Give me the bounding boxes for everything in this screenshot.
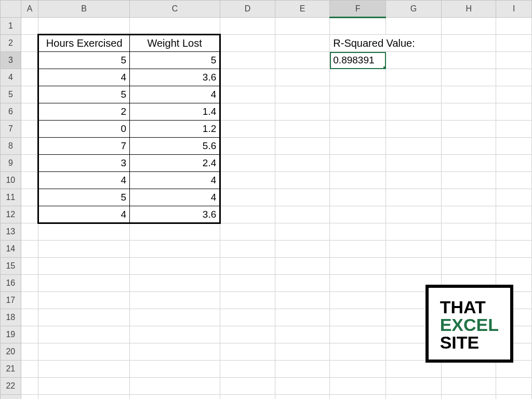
cell[interactable]	[275, 258, 330, 275]
cell[interactable]	[386, 241, 442, 258]
cell[interactable]	[330, 241, 386, 258]
cell[interactable]	[220, 155, 275, 172]
col-header-B[interactable]: B	[38, 1, 130, 18]
cell[interactable]	[496, 86, 532, 103]
cell[interactable]	[330, 103, 386, 121]
cell[interactable]	[21, 138, 38, 155]
cell[interactable]	[220, 223, 275, 241]
cell[interactable]	[21, 275, 38, 292]
cell[interactable]	[441, 155, 496, 172]
cell[interactable]	[496, 258, 532, 275]
cell[interactable]	[38, 343, 130, 361]
cell[interactable]	[220, 18, 275, 35]
cell[interactable]	[220, 326, 275, 343]
row-header-6[interactable]: 6	[1, 103, 21, 121]
cell[interactable]	[496, 189, 532, 206]
cell-B11[interactable]: 5	[38, 189, 130, 206]
cell[interactable]	[386, 121, 442, 138]
row-header-16[interactable]: 16	[1, 275, 21, 292]
cell[interactable]	[496, 395, 532, 400]
cell[interactable]	[129, 343, 220, 361]
cell[interactable]	[220, 275, 275, 292]
cell[interactable]	[129, 309, 220, 326]
cell[interactable]	[220, 138, 275, 155]
cell[interactable]	[330, 343, 386, 361]
cell[interactable]	[38, 292, 130, 309]
cell[interactable]	[330, 86, 386, 103]
cell[interactable]	[275, 103, 330, 121]
cell-C7[interactable]: 1.2	[129, 121, 220, 138]
row-header-11[interactable]: 11	[1, 189, 21, 206]
row-header-13[interactable]: 13	[1, 223, 21, 241]
row-header-19[interactable]: 19	[1, 326, 21, 343]
col-header-I[interactable]: I	[496, 1, 532, 18]
cell[interactable]	[496, 103, 532, 121]
cell[interactable]	[21, 18, 38, 35]
cell-C6[interactable]: 1.4	[129, 103, 220, 121]
cell[interactable]	[38, 309, 130, 326]
cell[interactable]	[330, 189, 386, 206]
cell[interactable]	[496, 52, 532, 69]
col-header-A[interactable]: A	[21, 1, 38, 18]
cell-B4[interactable]: 4	[38, 69, 130, 86]
cell[interactable]	[496, 121, 532, 138]
cell[interactable]	[386, 206, 442, 223]
cell[interactable]	[275, 292, 330, 309]
cell[interactable]	[38, 241, 130, 258]
cell[interactable]	[129, 241, 220, 258]
cell[interactable]	[220, 378, 275, 395]
col-header-G[interactable]: G	[386, 1, 442, 18]
cell[interactable]	[38, 18, 130, 35]
col-header-C[interactable]: C	[129, 1, 220, 18]
row-header-23[interactable]: 23	[1, 395, 21, 400]
cell[interactable]	[275, 35, 330, 52]
col-header-H[interactable]: H	[441, 1, 496, 18]
cell[interactable]	[38, 395, 130, 400]
cell[interactable]	[21, 343, 38, 361]
cell[interactable]	[275, 223, 330, 241]
cell-F3-selected[interactable]: 0.898391	[330, 52, 386, 69]
col-header-E[interactable]: E	[275, 1, 330, 18]
cell[interactable]	[38, 361, 130, 378]
cell[interactable]	[386, 395, 442, 400]
cell[interactable]	[496, 378, 532, 395]
cell-C10[interactable]: 4	[129, 172, 220, 189]
cell[interactable]	[220, 292, 275, 309]
cell[interactable]	[441, 361, 496, 378]
cell[interactable]	[21, 86, 38, 103]
cell[interactable]	[441, 378, 496, 395]
row-header-7[interactable]: 7	[1, 121, 21, 138]
cell[interactable]	[386, 52, 442, 69]
row-header-3[interactable]: 3	[1, 52, 21, 69]
row-header-1[interactable]: 1	[1, 18, 21, 35]
cell[interactable]	[330, 275, 386, 292]
cell[interactable]	[129, 258, 220, 275]
cell[interactable]	[441, 103, 496, 121]
cell[interactable]	[129, 292, 220, 309]
cell[interactable]	[21, 292, 38, 309]
cell[interactable]	[496, 206, 532, 223]
cell[interactable]	[441, 241, 496, 258]
cell[interactable]	[441, 223, 496, 241]
cell-C12[interactable]: 3.6	[129, 206, 220, 223]
cell-C11[interactable]: 4	[129, 189, 220, 206]
cell[interactable]	[220, 35, 275, 52]
cell[interactable]	[220, 103, 275, 121]
cell[interactable]	[220, 309, 275, 326]
cell[interactable]	[330, 138, 386, 155]
row-header-10[interactable]: 10	[1, 172, 21, 189]
row-header-12[interactable]: 12	[1, 206, 21, 223]
cell[interactable]	[441, 121, 496, 138]
cell-B7[interactable]: 0	[38, 121, 130, 138]
cell[interactable]	[129, 18, 220, 35]
row-header-8[interactable]: 8	[1, 138, 21, 155]
row-header-4[interactable]: 4	[1, 69, 21, 86]
cell-C8[interactable]: 5.6	[129, 138, 220, 155]
cell[interactable]	[275, 69, 330, 86]
cell[interactable]	[220, 241, 275, 258]
cell-B5[interactable]: 5	[38, 86, 130, 103]
cell[interactable]	[21, 361, 38, 378]
cell-B3[interactable]: 5	[38, 52, 130, 69]
cell[interactable]	[21, 309, 38, 326]
cell[interactable]	[496, 241, 532, 258]
